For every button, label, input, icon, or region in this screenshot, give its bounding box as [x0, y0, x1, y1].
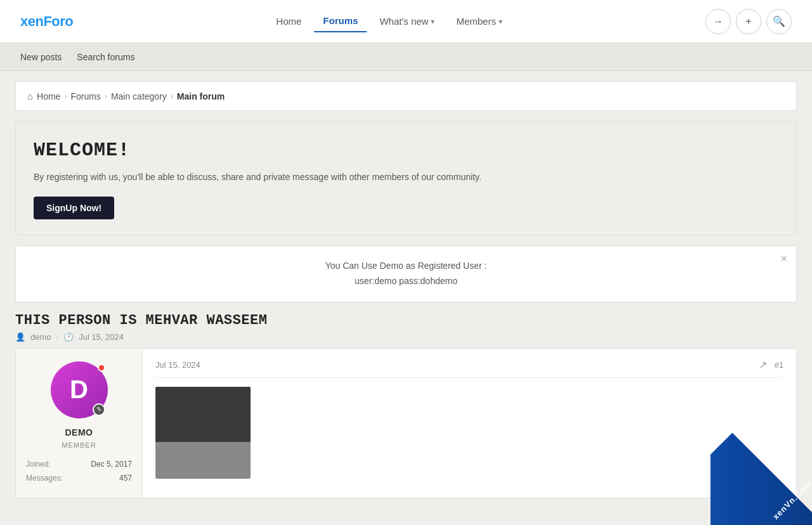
- meta-separator: ·: [56, 332, 59, 342]
- search-forums-link[interactable]: Search forums: [77, 52, 134, 62]
- thread-meta: 👤 demo · 🕐 Jul 15, 2024: [15, 332, 797, 342]
- thread-author[interactable]: demo: [30, 332, 51, 342]
- breadcrumb-main-category[interactable]: Main category: [111, 91, 167, 101]
- search-icon: 🔍: [773, 15, 785, 27]
- joined-label: Joined:: [26, 458, 51, 472]
- joined-value: Dec 5, 2017: [91, 458, 132, 472]
- main-header: xenForo Home Forums What's new ▾ Members…: [0, 0, 812, 43]
- whats-new-chevron: ▾: [431, 17, 435, 26]
- home-icon: ⌂: [27, 91, 33, 101]
- messages-label: Messages:: [26, 472, 63, 486]
- clock-icon: 🕐: [63, 332, 74, 342]
- register-icon: +: [745, 16, 751, 27]
- nav-whats-new[interactable]: What's new ▾: [370, 11, 443, 32]
- avatar-edit-badge[interactable]: ✎: [93, 403, 105, 416]
- joined-row: Joined: Dec 5, 2017: [26, 458, 132, 472]
- members-chevron: ▾: [499, 17, 502, 26]
- avatar-wrapper: D ✎: [51, 361, 108, 418]
- demo-notice-text: You Can Use Demo as Registered User : us…: [34, 259, 778, 289]
- online-indicator: [98, 364, 105, 372]
- post-header: Jul 15, 2024 ↗ #1: [155, 359, 783, 378]
- thread-title-area: THIS PERSON IS MEHVAR WASSEEM 👤 demo · 🕐…: [15, 313, 797, 342]
- post-image: [155, 387, 251, 479]
- post-box: D ✎ DEMO MEMBER Joined: Dec 5, 2017 Mess…: [15, 348, 797, 498]
- main-nav: Home Forums What's new ▾ Members ▾: [267, 10, 511, 32]
- search-button[interactable]: 🔍: [766, 9, 792, 34]
- nav-members[interactable]: Members ▾: [447, 11, 511, 32]
- breadcrumb-current: Main forum: [177, 91, 225, 101]
- demo-close-button[interactable]: ×: [780, 252, 787, 266]
- thread-title: THIS PERSON IS MEHVAR WASSEEM: [15, 313, 797, 328]
- breadcrumb-sep-1: ›: [64, 92, 67, 101]
- breadcrumb-forums[interactable]: Forums: [70, 91, 100, 101]
- post-date: Jul 15, 2024: [155, 360, 200, 370]
- breadcrumb-home[interactable]: Home: [37, 91, 60, 101]
- post-actions: ↗ #1: [759, 359, 783, 371]
- thread-date: Jul 15, 2024: [79, 332, 124, 342]
- nav-icon-buttons: → + 🔍: [705, 9, 792, 34]
- login-icon: →: [713, 16, 723, 27]
- user-info: Joined: Dec 5, 2017 Messages: 457: [26, 458, 132, 485]
- post-content: Jul 15, 2024 ↗ #1: [143, 349, 796, 498]
- welcome-title: WELCOME!: [34, 139, 778, 161]
- breadcrumb-sep-3: ›: [171, 92, 173, 101]
- nav-home[interactable]: Home: [267, 11, 310, 32]
- welcome-box: WELCOME! By registering with us, you'll …: [15, 121, 797, 235]
- register-button[interactable]: +: [736, 9, 761, 34]
- messages-value: 457: [119, 472, 132, 486]
- new-posts-link[interactable]: New posts: [20, 52, 62, 62]
- breadcrumb: ⌂ Home › Forums › Main category › Main f…: [15, 81, 797, 111]
- messages-row: Messages: 457: [26, 472, 132, 486]
- avatar-letter: D: [70, 375, 88, 404]
- signup-button[interactable]: SignUp Now!: [34, 197, 114, 219]
- post-number: #1: [775, 360, 783, 370]
- post-sidebar: D ✎ DEMO MEMBER Joined: Dec 5, 2017 Mess…: [16, 349, 143, 498]
- user-role: MEMBER: [62, 441, 96, 449]
- subheader: New posts Search forums: [0, 43, 812, 71]
- site-logo[interactable]: xenForo: [20, 13, 73, 30]
- breadcrumb-sep-2: ›: [105, 92, 107, 101]
- share-icon[interactable]: ↗: [759, 359, 767, 371]
- author-icon: 👤: [15, 332, 25, 342]
- nav-forums[interactable]: Forums: [314, 10, 367, 32]
- demo-notice: × You Can Use Demo as Registered User : …: [15, 245, 797, 302]
- welcome-text: By registering with us, you'll be able t…: [34, 170, 778, 184]
- login-button[interactable]: →: [705, 9, 731, 34]
- username[interactable]: DEMO: [65, 427, 93, 438]
